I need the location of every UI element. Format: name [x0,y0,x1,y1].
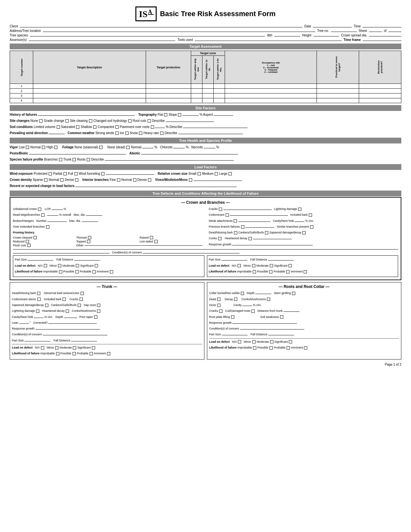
normal2-checkbox[interactable] [133,178,136,182]
fall-dist-l[interactable] [74,260,100,261]
moderate-l-checkbox[interactable] [76,264,79,267]
over-extended-checkbox[interactable] [46,225,49,229]
tools-value[interactable] [195,41,342,41]
trunk-checkbox[interactable] [73,158,76,161]
trunk-conditions-val[interactable] [43,335,107,335]
probable-l-checkbox[interactable] [93,270,96,273]
aspect-value[interactable] [214,115,233,116]
dbh-value[interactable] [274,36,300,36]
normal-pct-value[interactable] [142,148,153,148]
slope-value[interactable] [182,115,199,116]
prev-failures-value[interactable] [245,227,274,228]
vigor-low-checkbox[interactable] [26,146,29,149]
trunk-included-cb[interactable] [63,298,66,301]
weak-attach-checkbox[interactable] [234,219,237,222]
response-growth-value[interactable] [232,245,313,245]
imminent-l-checkbox[interactable] [110,270,113,273]
full-checkbox[interactable] [74,172,78,175]
height-value[interactable] [313,36,339,36]
strong-winds-checkbox[interactable] [115,132,119,135]
medium-checkbox[interactable] [215,172,218,175]
lion-tailed-checkbox[interactable] [154,240,158,243]
shallow-checkbox[interactable] [93,125,96,129]
roots-conditions-val[interactable] [240,329,304,330]
trunk-na-cb[interactable] [41,346,44,350]
vines-checkbox[interactable] [189,178,192,182]
prev-failures-checkbox[interactable] [241,225,244,229]
roots-stem-cb[interactable] [292,292,295,295]
trunk-part-size-val[interactable] [24,341,50,341]
sapwood-checkbox[interactable] [302,231,306,234]
trunk-lean-val[interactable] [19,323,29,324]
address-value[interactable] [43,32,315,32]
trunk-cracks-cb[interactable] [80,298,83,301]
trunk-depth-val[interactable] [64,318,77,318]
roots-plate-cb[interactable] [231,315,234,319]
codominant-value[interactable] [230,215,288,216]
few-checkbox[interactable] [117,178,120,182]
similar-checkbox[interactable] [310,225,313,229]
none-checkbox[interactable] [39,119,43,123]
roots-checkbox[interactable] [87,158,90,161]
pavement-checkbox[interactable] [151,125,154,129]
roots-improbable-cb[interactable] [253,346,256,350]
trunk-sap-ooze-cb[interactable] [97,304,100,307]
large-checkbox[interactable] [229,172,232,175]
trunk-moderate-cb[interactable] [73,346,76,350]
heavy-rain-checkbox[interactable] [160,132,163,135]
flush-cuts-checkbox[interactable] [27,244,31,247]
other-value[interactable] [84,245,202,246]
roots-dead-cb[interactable] [217,298,220,301]
limited-vol-checkbox[interactable] [57,125,60,129]
trunk-codominant-cb[interactable] [37,298,41,301]
species-describe-value[interactable] [105,160,234,161]
conditions-concern-value[interactable] [143,253,240,253]
timeframe-value[interactable] [363,41,401,41]
roots-cavity-pct[interactable] [242,306,252,306]
protected-checkbox[interactable] [49,172,52,175]
of-value[interactable] [388,32,401,32]
roots-cut-cb[interactable] [251,310,255,313]
treeno-value[interactable] [331,32,357,32]
root-cuts-checkbox[interactable] [148,119,151,123]
na-l-checkbox[interactable] [44,264,47,267]
possible-r-checkbox[interactable] [269,270,272,273]
roots-soil-cb[interactable] [280,315,283,319]
reduced-checkbox[interactable] [26,240,29,243]
trunk-poor-taper-cb[interactable] [94,315,97,319]
fall-dist-r[interactable] [268,260,294,261]
trunk-conks-cb[interactable] [97,310,100,313]
conditions-line1[interactable] [13,253,110,253]
assessor-value[interactable] [29,41,176,41]
raised-checkbox[interactable] [150,236,153,239]
probable-r-checkbox[interactable] [286,270,289,273]
dead-missing-checkbox[interactable] [234,231,237,234]
roots-na-cb[interactable] [238,340,241,343]
necrotic-value[interactable] [204,148,215,148]
cankers-checkbox[interactable] [265,231,268,234]
cavity-pct[interactable] [295,222,304,222]
grade-checkbox[interactable] [65,119,69,123]
date-value[interactable] [313,27,352,27]
roots-depth-val[interactable] [255,294,271,294]
heartwood-checkbox[interactable] [249,237,252,240]
compacted-checkbox[interactable] [115,125,119,129]
improbable-l-checkbox[interactable] [59,270,62,273]
roots-probable-cb[interactable] [287,346,290,350]
max-dia-value[interactable] [86,215,102,216]
imminent-r-checkbox[interactable] [304,270,307,273]
sparse-checkbox[interactable] [44,178,47,182]
roots-moderate-cb[interactable] [270,340,273,343]
trunk-corrected-val[interactable] [48,323,97,324]
roots-significant-cb[interactable] [289,340,292,343]
roots-imminent-cb[interactable] [304,346,307,350]
recent-change-value[interactable] [75,187,237,187]
codominant-checkbox[interactable] [226,213,229,217]
snow-checkbox[interactable] [139,132,142,135]
roots-fall-dist-val[interactable] [268,335,294,335]
branches-checkbox[interactable] [59,158,62,161]
site-clearing-checkbox[interactable] [89,119,92,123]
time-value[interactable] [363,27,401,27]
trunk-dead-bark-cb[interactable] [37,292,40,295]
ice-checkbox[interactable] [125,132,129,135]
